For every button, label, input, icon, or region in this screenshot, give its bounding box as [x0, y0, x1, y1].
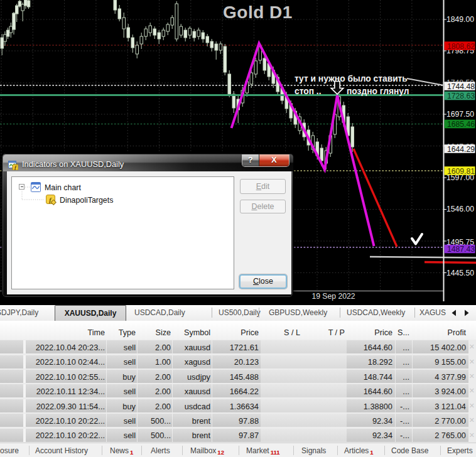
svg-text:19 Sep 2022: 19 Sep 2022: [311, 292, 355, 301]
svg-text:тут и нужно было ставить: тут и нужно было ставить: [295, 74, 408, 83]
svg-text:1546.00: 1546.00: [446, 205, 474, 213]
svg-text:1487.43: 1487.43: [447, 245, 475, 254]
svg-text:1697.50: 1697.50: [446, 110, 474, 119]
svg-text:1728.63: 1728.63: [447, 92, 475, 100]
svg-text:1744.48: 1744.48: [447, 82, 475, 91]
svg-text:поздно глянул: поздно глянул: [347, 87, 409, 96]
svg-text:1445.50: 1445.50: [446, 269, 474, 277]
svg-text:Gold D1: Gold D1: [223, 3, 293, 22]
svg-text:1644.29: 1644.29: [447, 145, 475, 154]
svg-text:1609.81: 1609.81: [447, 167, 475, 176]
svg-text:1808.62: 1808.62: [447, 42, 475, 51]
svg-text:1685.46: 1685.46: [447, 120, 475, 129]
svg-text:стоп ..: стоп ..: [295, 87, 322, 96]
svg-text:1849.00: 1849.00: [446, 15, 474, 24]
